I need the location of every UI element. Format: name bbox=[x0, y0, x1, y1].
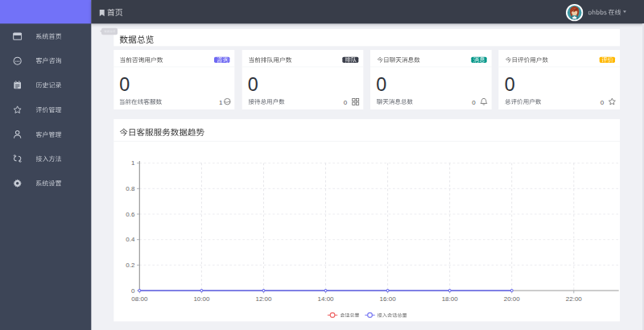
svg-text:0.8: 0.8 bbox=[126, 185, 135, 192]
svg-text:08:00: 08:00 bbox=[131, 295, 148, 303]
svg-text:0.4: 0.4 bbox=[126, 236, 135, 243]
svg-text:14:00: 14:00 bbox=[317, 295, 334, 303]
svg-text:10:00: 10:00 bbox=[193, 295, 210, 303]
svg-text:0: 0 bbox=[131, 287, 135, 295]
svg-text:18:00: 18:00 bbox=[441, 295, 458, 303]
svg-text:0.2: 0.2 bbox=[126, 262, 135, 269]
svg-text:16:00: 16:00 bbox=[379, 295, 396, 303]
svg-text:0.6: 0.6 bbox=[126, 211, 135, 218]
svg-text:20:00: 20:00 bbox=[503, 295, 520, 303]
svg-text:22:00: 22:00 bbox=[565, 295, 582, 303]
svg-text:1: 1 bbox=[131, 159, 135, 167]
svg-text:12:00: 12:00 bbox=[255, 295, 272, 303]
